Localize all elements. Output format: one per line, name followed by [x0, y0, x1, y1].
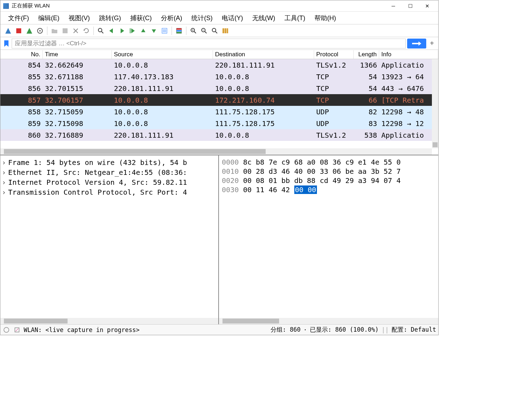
next-packet-button[interactable] — [117, 26, 127, 36]
hex-line[interactable]: 001000 28 d3 46 40 00 33 06 be aa 3b 52 … — [222, 167, 435, 176]
reload-button[interactable] — [81, 26, 91, 36]
details-hscroll[interactable] — [0, 318, 218, 324]
svg-line-16 — [194, 32, 196, 33]
svg-rect-12 — [177, 28, 181, 30]
menu-tools[interactable]: 工具(T) — [281, 12, 309, 24]
menubar: 文件(F) 编辑(E) 视图(V) 跳转(G) 捕获(C) 分析(A) 统计(S… — [0, 12, 438, 24]
packet-row[interactable]: 85932.71509810.0.0.8111.75.128.175UDP831… — [0, 118, 438, 129]
svg-point-22 — [212, 28, 216, 32]
packet-row[interactable]: 85432.66264910.0.0.8220.181.111.91TLSv1.… — [0, 59, 438, 71]
colorize-button[interactable] — [174, 26, 184, 36]
status-packets: 分组: 860 — [271, 326, 301, 334]
add-filter-button[interactable]: + — [428, 39, 436, 48]
packet-row[interactable]: 85732.70615710.0.0.8172.217.160.74TCP66[… — [0, 94, 438, 106]
toolbar — [0, 24, 438, 37]
packet-details-body[interactable]: ›Frame 1: 54 bytes on wire (432 bits), 5… — [0, 155, 218, 318]
goto-first-button[interactable] — [138, 26, 148, 36]
packet-list-body[interactable]: 85432.66264910.0.0.8220.181.111.91TLSv1.… — [0, 59, 438, 155]
zoom-in-button[interactable] — [189, 26, 198, 36]
svg-rect-14 — [177, 32, 181, 33]
status-displayed: 已显示: 860 (100.0%) — [310, 326, 378, 334]
zoom-reset-button[interactable] — [210, 26, 220, 36]
col-protocol[interactable]: Protocol — [314, 50, 354, 59]
window-title: 正在捕获 WLAN — [12, 2, 385, 9]
svg-rect-24 — [222, 28, 224, 33]
packet-row[interactable]: 85832.71505910.0.0.8111.75.128.175UDP821… — [0, 106, 438, 118]
prev-packet-button[interactable] — [106, 26, 116, 36]
packet-row[interactable]: 86032.716889220.181.111.9110.0.0.8TLSv1.… — [0, 129, 438, 141]
hex-line[interactable]: 002000 08 01 bb db 88 cd 49 29 a3 94 07 … — [222, 176, 435, 185]
close-file-button[interactable] — [71, 26, 81, 36]
zoom-out-button[interactable] — [199, 26, 209, 36]
svg-line-20 — [205, 32, 207, 33]
menu-file[interactable]: 文件(F) — [5, 12, 33, 24]
svg-rect-0 — [16, 28, 21, 33]
detail-line[interactable]: ›Ethernet II, Src: Netgear_e1:4e:55 (08:… — [2, 167, 217, 177]
packet-row[interactable]: 85532.671188117.40.173.18310.0.0.8TCP541… — [0, 71, 438, 82]
hex-line[interactable]: 00008c b8 7e c9 68 a0 08 36 c9 e1 4e 55 … — [222, 158, 435, 167]
col-source[interactable]: Source — [112, 50, 213, 59]
stop-capture-button[interactable] — [14, 26, 24, 36]
svg-rect-26 — [227, 28, 228, 33]
detail-line[interactable]: ›Frame 1: 54 bytes on wire (432 bits), 5… — [2, 158, 217, 167]
svg-point-27 — [4, 327, 9, 332]
hex-line[interactable]: 003000 11 46 42 00 00 — [222, 185, 435, 194]
menu-analyze[interactable]: 分析(A) — [157, 12, 186, 24]
edit-capture-comment-icon[interactable] — [13, 326, 21, 334]
menu-telephony[interactable]: 电话(Y) — [218, 12, 247, 24]
display-filter-input[interactable] — [12, 39, 406, 48]
packet-list-hscroll[interactable] — [0, 148, 432, 155]
restart-capture-button[interactable] — [24, 26, 34, 36]
svg-rect-25 — [225, 28, 226, 33]
col-no[interactable]: No. — [0, 50, 43, 59]
packet-bytes-pane: 00008c b8 7e c9 68 a0 08 36 c9 e1 4e 55 … — [219, 155, 438, 324]
goto-last-button[interactable] — [149, 26, 159, 36]
maximize-button[interactable]: ☐ — [402, 1, 418, 11]
filter-bar: + — [0, 37, 438, 50]
apply-filter-button[interactable] — [407, 39, 426, 48]
app-icon — [3, 3, 9, 9]
menu-go[interactable]: 跳转(G) — [96, 12, 125, 24]
col-destination[interactable]: Destination — [213, 50, 314, 59]
packet-bytes-body[interactable]: 00008c b8 7e c9 68 a0 08 36 c9 e1 4e 55 … — [219, 155, 438, 318]
bottom-panes: ›Frame 1: 54 bytes on wire (432 bits), 5… — [0, 155, 438, 324]
close-button[interactable]: ✕ — [419, 1, 435, 11]
save-button[interactable] — [60, 26, 70, 36]
svg-point-2 — [39, 30, 41, 32]
col-time[interactable]: Time — [43, 50, 112, 59]
open-file-button[interactable] — [50, 26, 59, 36]
svg-line-5 — [102, 32, 103, 33]
menu-view[interactable]: 视图(V) — [65, 12, 93, 24]
svg-rect-13 — [177, 30, 181, 32]
col-info[interactable]: Info — [379, 50, 438, 59]
svg-rect-3 — [63, 28, 68, 33]
packet-row[interactable]: 85632.701515220.181.111.9110.0.0.8TCP544… — [0, 82, 438, 94]
status-interface: WLAN: <live capture in progress> — [24, 326, 140, 333]
packet-list: No. Time Source Destination Protocol Len… — [0, 50, 438, 155]
autoscroll-button[interactable] — [160, 26, 169, 36]
menu-help[interactable]: 帮助(H) — [311, 12, 340, 24]
status-bar: WLAN: <live capture in progress> 分组: 860… — [0, 324, 438, 335]
capture-options-button[interactable] — [35, 26, 45, 36]
hex-hscroll[interactable] — [219, 318, 438, 324]
minimize-button[interactable]: ─ — [385, 1, 401, 11]
col-length[interactable]: Length — [354, 50, 379, 59]
menu-edit[interactable]: 编辑(E) — [35, 12, 63, 24]
detail-line[interactable]: ›Transmission Control Protocol, Src Port… — [2, 187, 217, 197]
resize-columns-button[interactable] — [220, 26, 230, 36]
menu-wireless[interactable]: 无线(W) — [249, 12, 279, 24]
packet-list-header: No. Time Source Destination Protocol Len… — [0, 50, 438, 59]
packet-list-vscroll[interactable] — [432, 59, 438, 148]
svg-point-4 — [98, 28, 102, 32]
expert-info-icon[interactable] — [2, 326, 10, 334]
start-capture-button[interactable] — [3, 26, 13, 36]
status-profile[interactable]: 配置: Default — [392, 326, 436, 334]
svg-line-23 — [215, 32, 217, 33]
find-button[interactable] — [96, 26, 106, 36]
titlebar: 正在捕获 WLAN ─ ☐ ✕ — [0, 0, 438, 12]
menu-stats[interactable]: 统计(S) — [188, 12, 216, 24]
goto-packet-button[interactable] — [128, 26, 138, 36]
detail-line[interactable]: ›Internet Protocol Version 4, Src: 59.82… — [2, 177, 217, 187]
menu-capture[interactable]: 捕获(C) — [127, 12, 155, 24]
bookmark-icon[interactable] — [2, 40, 10, 47]
